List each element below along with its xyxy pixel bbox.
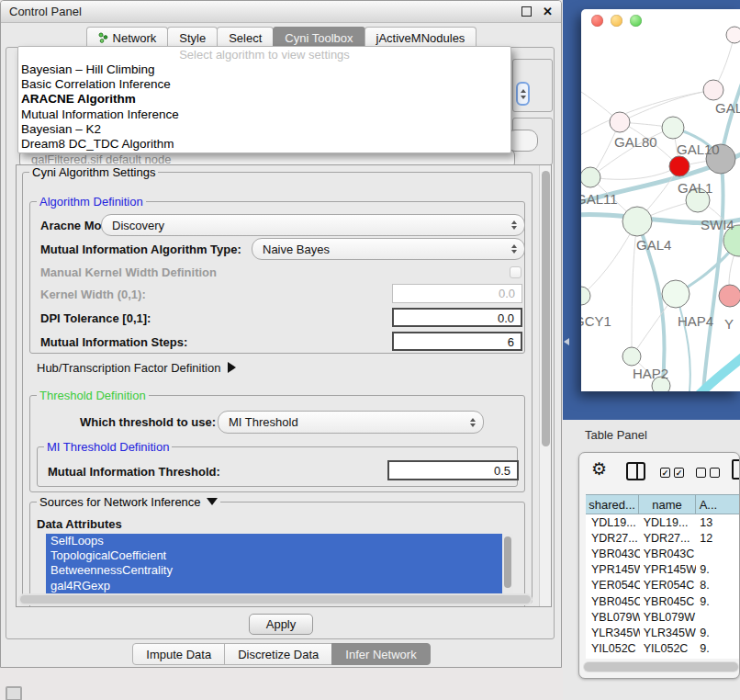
which-threshold-value: MI Threshold bbox=[229, 415, 298, 429]
table-cell: 13 bbox=[696, 516, 740, 529]
table-cell: YDR27... bbox=[640, 532, 697, 545]
table-panel-title: Table Panel bbox=[585, 428, 647, 442]
attribute-betweennesscentrality[interactable]: BetweennessCentrality bbox=[46, 563, 513, 578]
table-cell: 12 bbox=[696, 532, 740, 545]
mi-steps-field[interactable]: 6 bbox=[392, 332, 522, 351]
tab-style[interactable]: Style bbox=[167, 27, 218, 48]
network-node[interactable] bbox=[622, 207, 652, 236]
table-cell: YBL079W bbox=[640, 611, 697, 624]
hub-definition-label: Hub/Transcription Factor Definition bbox=[37, 361, 220, 375]
desktop-background: GALGAL80GAL10GAL1GAL11SWI4GAL4GCY1HAP4YH… bbox=[563, 0, 740, 420]
split-columns-icon[interactable] bbox=[626, 462, 645, 480]
table-row[interactable]: YBR043CYBR043C bbox=[586, 546, 740, 561]
tab-cyni-toolbox[interactable]: Cyni Toolbox bbox=[273, 27, 364, 48]
deselect-all-checkboxes-icon[interactable] bbox=[696, 468, 720, 478]
kernel-width-field[interactable]: 0.0 bbox=[392, 284, 522, 303]
algorithm-option-bayesian-hill-climbing[interactable]: Bayesian – Hill Climbing bbox=[18, 62, 510, 77]
window-close-button[interactable] bbox=[591, 15, 603, 27]
dpi-tolerance-field[interactable]: 0.0 bbox=[392, 308, 522, 327]
network-node[interactable] bbox=[581, 167, 600, 187]
attribute-selfloops[interactable]: SelfLoops bbox=[46, 534, 513, 548]
select-all-checkboxes-icon[interactable]: ✓✓ bbox=[660, 468, 684, 478]
column-header-shared[interactable]: shared... bbox=[586, 494, 639, 514]
dpi-tolerance-label: DPI Tolerance [0,1]: bbox=[40, 311, 151, 325]
column-header-name[interactable]: name bbox=[639, 494, 695, 514]
node-table: shared...nameA... YDL19...YDL19...13YDR2… bbox=[586, 494, 740, 659]
network-node[interactable] bbox=[662, 280, 690, 308]
network-node[interactable] bbox=[703, 80, 723, 100]
table-row[interactable]: YBR045CYBR045C9. bbox=[586, 593, 740, 609]
network-edge bbox=[620, 90, 713, 122]
table-window: ⚙ ✓✓ shared...nameA... YDL19...YDL19...1… bbox=[578, 452, 740, 679]
node-label-gal1: GAL1 bbox=[678, 180, 712, 196]
settings-horizontal-scrollbar[interactable] bbox=[18, 593, 533, 605]
tab-select[interactable]: Select bbox=[217, 27, 274, 48]
algorithm-option-aracne-algorithm[interactable]: ARACNE Algorithm bbox=[18, 92, 510, 107]
float-panel-icon[interactable] bbox=[521, 6, 532, 17]
attribute-gal4rgexp[interactable]: gal4RGexp bbox=[46, 579, 513, 593]
column-header-a[interactable]: A... bbox=[696, 494, 740, 514]
split-pane-collapse-icon[interactable] bbox=[564, 338, 569, 345]
network-node[interactable] bbox=[622, 347, 641, 366]
table-cell: 8. bbox=[696, 579, 740, 592]
hub-definition-expander[interactable]: Hub/Transcription Factor Definition bbox=[37, 361, 236, 375]
table-cell: YPR145W bbox=[586, 563, 640, 576]
node-label-gal80: GAL80 bbox=[614, 134, 657, 150]
bottom-tab-impute-data[interactable]: Impute Data bbox=[132, 643, 225, 665]
gear-icon[interactable]: ⚙ bbox=[591, 460, 607, 478]
network-edge bbox=[581, 90, 713, 138]
table-body: YDL19...YDL19...13YDR27...YDR27...12YBR0… bbox=[586, 514, 740, 657]
network-node[interactable] bbox=[669, 156, 690, 176]
apply-button[interactable]: Apply bbox=[249, 614, 313, 635]
network-view-window[interactable]: GALGAL80GAL10GAL1GAL11SWI4GAL4GCY1HAP4YH… bbox=[581, 9, 740, 391]
node-label-hap2: HAP2 bbox=[633, 366, 668, 381]
attributes-list-scrollbar[interactable] bbox=[502, 534, 513, 593]
network-node[interactable] bbox=[610, 112, 630, 132]
table-row[interactable]: YER054CYER054C8. bbox=[586, 578, 740, 593]
table-row[interactable]: YDR27...YDR27...12 bbox=[586, 530, 740, 546]
combo-arrows-icon bbox=[470, 418, 476, 427]
table-row[interactable]: YDL19...YDL19...13 bbox=[586, 514, 740, 530]
tab-jactivemnodules[interactable]: jActiveMNodules bbox=[364, 27, 477, 48]
aracne-mode-value: Discovery bbox=[112, 219, 164, 232]
table-cell: YIL052C bbox=[586, 642, 640, 655]
table-row[interactable]: YLR345WYLR345W9. bbox=[586, 625, 740, 640]
tab-network[interactable]: Network bbox=[86, 27, 169, 48]
table-cell: YIL052C bbox=[640, 642, 697, 655]
table-row[interactable]: YPR145WYPR145W9. bbox=[586, 562, 740, 578]
window-minimize-button[interactable] bbox=[611, 15, 622, 27]
table-horizontal-scrollbar[interactable] bbox=[583, 661, 739, 672]
bottom-tab-infer-network[interactable]: Infer Network bbox=[331, 643, 430, 665]
which-threshold-combo[interactable]: MI Threshold bbox=[218, 411, 484, 434]
table-row[interactable]: YIL052CYIL052C9. bbox=[586, 641, 740, 657]
algorithm-option-dream8-dc-tdc-algorithm[interactable]: Dream8 DC_TDC Algorithm bbox=[18, 137, 510, 152]
node-label-swi4: SWI4 bbox=[701, 217, 734, 232]
algorithm-combo-stepper[interactable] bbox=[516, 82, 530, 106]
table-cell: YLR345W bbox=[640, 627, 697, 639]
settings-vertical-scrollbar[interactable] bbox=[539, 165, 552, 607]
network-node[interactable] bbox=[726, 27, 740, 43]
cyni-settings-group-title: Cyni Algorithm Settings bbox=[29, 165, 158, 179]
aracne-mode-combo[interactable]: Discovery bbox=[101, 214, 525, 236]
network-node[interactable] bbox=[581, 287, 590, 305]
algorithm-option-basic-correlation-inference[interactable]: Basic Correlation Inference bbox=[18, 77, 510, 92]
manual-kernel-label: Manual Kernel Width Definition bbox=[40, 265, 217, 279]
network-graph[interactable]: GALGAL80GAL10GAL1GAL11SWI4GAL4GCY1HAP4YH… bbox=[581, 9, 740, 391]
table-cell: YLR345W bbox=[586, 627, 640, 639]
document-icon[interactable] bbox=[732, 459, 740, 480]
window-zoom-button[interactable] bbox=[630, 15, 642, 27]
network-node[interactable] bbox=[719, 285, 740, 307]
attribute-topologicalcoefficient[interactable]: TopologicalCoefficient bbox=[46, 548, 513, 563]
sources-group-title[interactable]: Sources for Network Inference bbox=[37, 495, 220, 509]
manual-kernel-checkbox[interactable] bbox=[510, 266, 521, 278]
close-icon[interactable]: ✕ bbox=[543, 7, 553, 17]
mi-type-combo[interactable]: Naive Bayes bbox=[252, 238, 525, 260]
algorithm-option-mutual-information-inference[interactable]: Mutual Information Inference bbox=[18, 107, 510, 122]
network-node[interactable] bbox=[662, 117, 684, 139]
bottom-tab-discretize-data[interactable]: Discretize Data bbox=[224, 643, 332, 665]
algorithm-option-bayesian-k2[interactable]: Bayesian – K2 bbox=[18, 122, 510, 137]
mi-threshold-field[interactable]: 0.5 bbox=[387, 460, 519, 480]
table-cell: YPR145W bbox=[640, 563, 697, 576]
table-row[interactable]: YBL079WYBL079W bbox=[586, 609, 740, 625]
restore-panel-icon[interactable] bbox=[6, 686, 22, 700]
